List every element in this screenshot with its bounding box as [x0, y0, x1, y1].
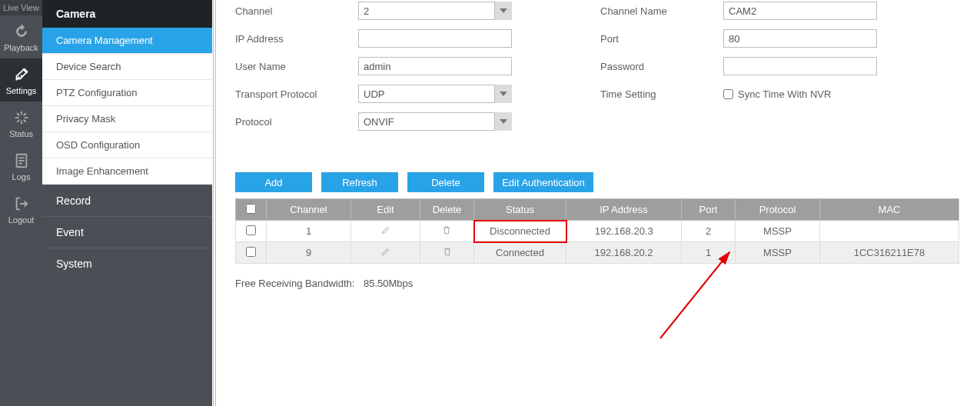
pencil-icon: [380, 225, 391, 235]
cell-protocol: MSSP: [736, 242, 820, 264]
svg-line-5: [23, 120, 25, 122]
channel-name-input[interactable]: [723, 2, 877, 20]
cell-protocol: MSSP: [736, 221, 820, 242]
channel-select[interactable]: [358, 2, 512, 20]
ip-address-input[interactable]: [358, 29, 512, 48]
th-mac: MAC: [820, 199, 959, 221]
nav-settings-label: Settings: [6, 86, 37, 95]
menu-sidebar: Camera Camera Management Device Search P…: [42, 0, 212, 406]
channel-label: Channel: [235, 5, 358, 17]
user-name-input[interactable]: [358, 57, 512, 75]
th-select: [236, 199, 267, 221]
cell-mac: [820, 221, 959, 242]
main-content: Channel Channel Name IP Address Port Use…: [217, 0, 980, 406]
nav-playback[interactable]: Playback: [0, 15, 42, 58]
th-channel: Channel: [267, 199, 351, 221]
nav-status[interactable]: Status: [0, 102, 42, 145]
settings-icon: [13, 66, 30, 83]
protocol-label: Protocol: [235, 116, 358, 128]
time-setting-label: Time Setting: [600, 88, 723, 100]
transport-protocol-label: Transport Protocol: [235, 88, 358, 100]
th-ip: IP Address: [566, 199, 682, 221]
row-checkbox[interactable]: [246, 247, 256, 257]
nav-logs-label: Logs: [12, 172, 31, 181]
nav-live-view[interactable]: Live View: [0, 0, 42, 15]
menu-device-search[interactable]: Device Search: [42, 54, 212, 80]
nav-playback-label: Playback: [4, 43, 38, 52]
pencil-icon: [380, 246, 391, 257]
nav-status-label: Status: [9, 129, 33, 138]
menu-section-event[interactable]: Event: [42, 216, 212, 248]
channel-name-label: Channel Name: [600, 5, 723, 17]
cell-port: 2: [682, 221, 736, 242]
camera-table: Channel Edit Delete Status IP Address Po…: [235, 198, 959, 264]
password-input[interactable]: [723, 57, 877, 75]
port-input[interactable]: [723, 29, 877, 48]
icon-sidebar: Live View Playback Settings Status Logs …: [0, 0, 42, 406]
menu-image-enhancement[interactable]: Image Enhancement: [42, 158, 212, 185]
cell-ip: 192.168.20.3: [566, 221, 682, 242]
row-edit-button[interactable]: [351, 221, 420, 242]
menu-privacy-mask[interactable]: Privacy Mask: [42, 106, 212, 132]
camera-form: Channel Channel Name IP Address Port Use…: [235, 2, 962, 131]
ip-address-label: IP Address: [235, 33, 358, 45]
row-delete-button[interactable]: [420, 242, 474, 264]
user-name-label: User Name: [235, 61, 358, 72]
row-delete-button[interactable]: [420, 221, 474, 242]
bandwidth-info: Free Receiving Bandwidth: 85.50Mbps: [235, 278, 962, 289]
playback-icon: [13, 23, 30, 40]
nav-settings[interactable]: Settings: [0, 58, 42, 102]
row-checkbox[interactable]: [246, 225, 256, 235]
cell-ip: 192.168.20.2: [566, 242, 682, 264]
th-port: Port: [682, 199, 736, 221]
th-delete: Delete: [420, 199, 474, 221]
cell-status: Disconnected: [474, 221, 566, 242]
menu-ptz-configuration[interactable]: PTZ Configuration: [42, 80, 212, 106]
sync-time-label: Sync Time With NVR: [738, 88, 831, 100]
svg-line-4: [17, 113, 19, 115]
protocol-select[interactable]: [358, 112, 512, 131]
trash-icon: [441, 225, 452, 235]
table-row: 9 Connected 192.168.20.2 1 MSSP 1CC31621…: [236, 242, 959, 264]
bandwidth-value: 85.50Mbps: [364, 278, 413, 289]
status-icon: [13, 109, 30, 126]
logout-icon: [13, 195, 30, 212]
action-buttons: Add Refresh Delete Edit Authentication: [235, 172, 962, 192]
nav-logout-label: Logout: [8, 215, 35, 225]
delete-button[interactable]: Delete: [407, 172, 484, 192]
menu-osd-configuration[interactable]: OSD Configuration: [42, 132, 212, 158]
nav-logs[interactable]: Logs: [0, 145, 42, 188]
menu-section-record[interactable]: Record: [42, 185, 212, 216]
th-protocol: Protocol: [736, 199, 820, 221]
table-row: 1 Disconnected 192.168.20.3 2 MSSP: [236, 221, 959, 242]
trash-icon: [442, 246, 453, 257]
port-label: Port: [600, 33, 723, 45]
sync-time-checkbox-wrap[interactable]: Sync Time With NVR: [723, 88, 877, 100]
th-status: Status: [474, 199, 566, 221]
cell-status: Connected: [474, 242, 566, 264]
svg-line-7: [17, 120, 19, 122]
select-all-checkbox[interactable]: [246, 204, 256, 214]
menu-section-camera[interactable]: Camera: [42, 0, 212, 28]
th-edit: Edit: [351, 199, 420, 221]
row-edit-button[interactable]: [351, 242, 420, 264]
bandwidth-label: Free Receiving Bandwidth:: [235, 278, 354, 289]
svg-line-6: [23, 113, 25, 115]
cell-channel: 1: [267, 221, 351, 242]
cell-mac: 1CC316211E78: [820, 242, 959, 264]
logs-icon: [13, 152, 30, 169]
add-button[interactable]: Add: [235, 172, 312, 192]
password-label: Password: [600, 61, 723, 72]
nav-logout[interactable]: Logout: [0, 188, 42, 231]
refresh-button[interactable]: Refresh: [321, 172, 398, 192]
cell-port: 1: [682, 242, 736, 264]
edit-authentication-button[interactable]: Edit Authentication: [493, 172, 593, 192]
menu-section-system[interactable]: System: [42, 248, 212, 279]
svg-line-12: [660, 252, 729, 338]
cell-channel: 9: [267, 242, 351, 264]
sync-time-checkbox[interactable]: [723, 89, 733, 99]
transport-protocol-select[interactable]: [358, 85, 512, 103]
menu-camera-management[interactable]: Camera Management: [42, 28, 212, 54]
